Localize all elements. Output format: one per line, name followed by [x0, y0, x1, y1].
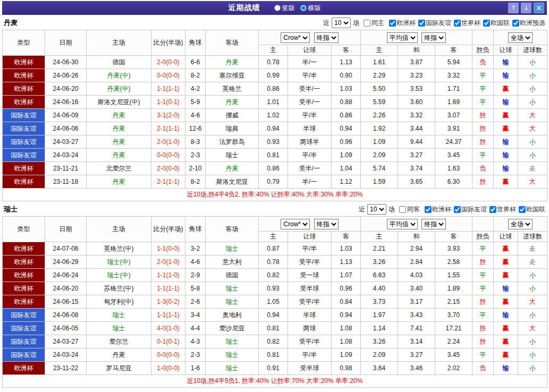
layout-mode-vertical[interactable]: 竖版 — [274, 4, 295, 13]
handicap-cell: 受平/半 — [288, 295, 332, 309]
match-count-select[interactable]: 10 — [332, 18, 351, 28]
summary-text: 近10场,胜4平5负1, 胜率:40% 让胜率:70% 大率:20% 单率:20… — [3, 375, 547, 388]
odds-stage-select[interactable]: 终指 — [314, 32, 339, 43]
close-button[interactable]: × — [534, 3, 544, 13]
result-cell: 平 — [472, 348, 494, 362]
away-team-cell: 爱沙尼亚 — [206, 322, 259, 335]
result-cell: 胜 — [472, 295, 494, 309]
score-cell: 0-0(0-0) — [151, 149, 185, 162]
corners-cell: 2-3 — [185, 348, 206, 362]
move-up-button[interactable]: ↑ — [508, 3, 519, 13]
competition-filter[interactable]: 欧洲杯 — [386, 19, 416, 28]
average-select[interactable]: 平均值 — [387, 219, 418, 229]
match-row: 国际友谊24-03-27丹麦2-0(1-0)8-3法罗群岛0.93两球半0.96… — [3, 135, 547, 149]
corners-cell: 3-2 — [185, 242, 206, 255]
competition-checkbox[interactable] — [483, 20, 490, 27]
move-down-button[interactable]: ↓ — [521, 3, 531, 13]
competition-label: 国际友谊 — [461, 205, 487, 214]
avg-away-cell: 3.32 — [435, 69, 472, 82]
score-cell: 1-1(0-0) — [151, 242, 185, 255]
competition-checkbox[interactable] — [489, 206, 496, 213]
competition-filter[interactable]: 世界杯 — [487, 205, 516, 214]
filter-bar: 近 10 场 同客 欧洲杯国际友谊世界杯欧国联 — [359, 204, 545, 215]
competition-filter[interactable]: 欧国联 — [480, 19, 510, 28]
result-cell: 平 — [472, 269, 494, 282]
home-odds-cell: 0.94 — [259, 122, 288, 135]
avg-draw-cell: 7.41 — [398, 322, 435, 335]
layout-mode-horizontal[interactable]: 横版 — [300, 4, 321, 13]
handicap-result-cell: 赢 — [494, 348, 518, 362]
competition-checkbox[interactable] — [454, 20, 461, 27]
avg-away-cell: 1.55 — [435, 269, 472, 282]
result-cell: 平 — [472, 69, 494, 82]
handicap-result-cell: 赢 — [494, 242, 518, 255]
average-stage-select[interactable]: 终指 — [421, 32, 446, 43]
same-venue-checkbox[interactable] — [364, 20, 370, 27]
competition-filter[interactable]: 世界杯 — [451, 19, 480, 28]
avg-home-cell: 2.09 — [361, 149, 398, 162]
avg-draw-cell: 3.60 — [398, 96, 435, 109]
competition-filter[interactable]: 欧洲杯 — [422, 205, 451, 214]
col-result: 胜负 — [472, 232, 494, 242]
home-team-cell: 丹麦 — [87, 122, 151, 135]
score-cell: 2-0(0-0) — [151, 56, 185, 69]
bookmaker-select[interactable]: Crow* — [281, 219, 310, 229]
same-venue-filter[interactable]: 同主 — [364, 19, 384, 28]
competition-checkbox[interactable] — [454, 206, 461, 213]
col-date: 日期 — [45, 217, 87, 242]
handicap-result-cell: 输 — [494, 69, 518, 82]
games-label: 场 — [353, 19, 359, 28]
average-stage-select[interactable]: 终指 — [421, 219, 446, 229]
average-select[interactable]: 平均值 — [387, 32, 418, 43]
competition-filter[interactable]: 国际友谊 — [451, 205, 487, 214]
match-row: 国际友谊24-03-27爱尔兰0-1(0-1)4-3瑞士0.82受平/半1.08… — [3, 335, 547, 348]
near-label: 近 — [323, 19, 330, 28]
date-cell: 23-11-21 — [45, 162, 87, 175]
date-cell: 24-03-24 — [45, 348, 87, 362]
competition-filter[interactable]: 欧洲预选 — [510, 19, 545, 28]
competition-checkbox[interactable] — [389, 20, 396, 27]
home-team-cell: 爱尔兰 — [87, 335, 151, 348]
avg-draw-cell: 3.74 — [398, 162, 435, 175]
scope-control-cell: 全场 — [494, 217, 547, 232]
handicap-result-cell: 输 — [494, 162, 518, 175]
away-odds-cell: 1.13 — [332, 56, 361, 69]
result-cell: 平 — [472, 282, 494, 295]
odds-stage-select[interactable]: 终指 — [314, 219, 339, 229]
score-cell: 1-1(1-1) — [151, 282, 185, 295]
score-cell: 0-0(0-0) — [151, 348, 185, 362]
avg-home-cell: 1.97 — [361, 309, 398, 322]
goals-cell: 大 — [518, 175, 547, 189]
col-type: 类型 — [3, 30, 45, 56]
handicap-result-cell: 输 — [494, 149, 518, 162]
type-cell: 欧洲杯 — [3, 269, 45, 282]
competition-filter[interactable]: 国际友谊 — [416, 19, 451, 28]
match-count-select[interactable]: 10 — [367, 204, 386, 215]
avg-home-cell: 3.64 — [361, 362, 398, 375]
corners-cell: 3-4 — [185, 309, 206, 322]
handicap-cell: 受半/一 — [288, 162, 332, 175]
scope-select[interactable]: 全场 — [508, 32, 533, 43]
bookmaker-select[interactable]: Crow* — [281, 32, 310, 43]
handicap-cell: 受半/一 — [288, 96, 332, 109]
avg-home-cell: 5.59 — [361, 96, 398, 109]
avg-away-cell: 1.89 — [435, 282, 472, 295]
same-venue-checkbox[interactable] — [399, 206, 406, 213]
vertical-radio[interactable] — [274, 5, 281, 11]
competition-checkbox[interactable] — [519, 206, 526, 213]
competition-label: 国际友谊 — [426, 19, 451, 28]
date-cell: 24-03-27 — [45, 335, 87, 348]
competition-checkbox[interactable] — [512, 20, 519, 27]
competition-checkbox[interactable] — [425, 206, 432, 213]
avg-draw-cell: 3.14 — [398, 335, 435, 348]
scope-control-cell: 全场 — [494, 30, 547, 45]
match-row: 欧洲杯24-06-20苏格兰(中)1-1(1-1)5-8瑞士0.93受半球0.9… — [3, 282, 547, 295]
home-team-cell: 瑞士(中) — [87, 269, 151, 282]
competition-filter[interactable]: 欧国联 — [516, 205, 545, 214]
competition-checkbox[interactable] — [418, 20, 425, 27]
same-venue-filter[interactable]: 同客 — [399, 205, 420, 214]
scope-select[interactable]: 全场 — [508, 219, 533, 229]
horizontal-radio[interactable] — [300, 5, 307, 11]
type-cell: 国际友谊 — [3, 122, 45, 135]
goals-cell: 走 — [518, 242, 547, 255]
